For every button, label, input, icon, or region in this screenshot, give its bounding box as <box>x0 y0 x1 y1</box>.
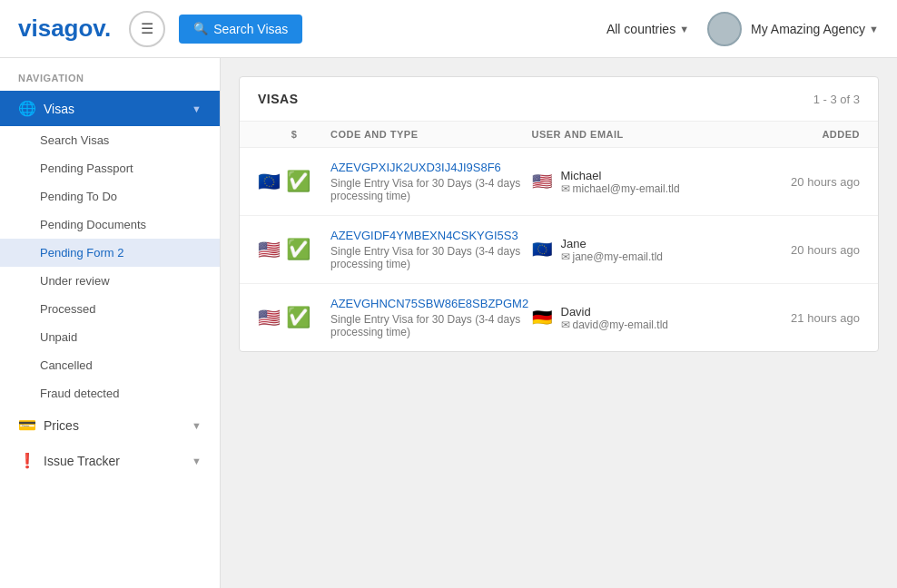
email-icon: ✉ <box>561 182 570 195</box>
col-added: ADDED <box>733 129 860 140</box>
agency-label: My Amazing Agency <box>751 22 865 36</box>
visas-title: VISAS <box>258 92 299 106</box>
sidebar-sub-label: Cancelled <box>40 358 93 372</box>
search-icon: 🔍 <box>193 22 208 35</box>
sidebar-item-label: Prices <box>44 418 184 433</box>
user-name: David <box>561 305 669 318</box>
code-cell: AZEVGIDF4YMBEXN4CSKYGI5S3 Single Entry V… <box>330 229 532 270</box>
sidebar-item-fraud-detected[interactable]: Fraud detected <box>0 379 220 407</box>
user-flag: 🇺🇸 <box>532 172 552 191</box>
avatar <box>707 12 742 46</box>
flags-cell: 🇺🇸 ✅ <box>258 306 330 329</box>
dest-flag: 🇺🇸 <box>258 239 281 260</box>
chevron-down-icon: ▼ <box>679 24 689 34</box>
nav-label: NAVIGATION <box>0 58 220 91</box>
chevron-down-icon: ▼ <box>192 103 202 114</box>
header: visagov. ☰ 🔍 Search Visas All countries … <box>0 0 897 58</box>
user-email: ✉ jane@my-email.tld <box>561 250 664 263</box>
col-dollar: $ <box>258 129 330 140</box>
all-countries-label: All countries <box>606 22 675 36</box>
email-icon: ✉ <box>561 250 570 263</box>
globe-icon: 🌐 <box>18 100 36 117</box>
main-content: VISAS 1 - 3 of 3 $ CODE AND TYPE USER AN… <box>221 58 897 588</box>
check-icon: ✅ <box>286 170 310 193</box>
sidebar-item-cancelled[interactable]: Cancelled <box>0 351 220 379</box>
sidebar-item-pending-to-do[interactable]: Pending To Do <box>0 182 220 211</box>
table-row: 🇺🇸 ✅ AZEVGHNCN75SBW86E8SBZPGM2 Single En… <box>240 284 878 351</box>
col-user-email: USER AND EMAIL <box>532 129 734 140</box>
sidebar-sub-label: Search Visas <box>40 133 109 147</box>
added-time: 21 hours ago <box>733 311 860 325</box>
dest-flag: 🇪🇺 <box>258 171 281 192</box>
sidebar-sub-label: Pending Passport <box>40 162 133 175</box>
user-info: Michael ✉ michael@my-email.tld <box>561 169 680 195</box>
sidebar-item-processed[interactable]: Processed <box>0 295 220 323</box>
sidebar-item-label: Visas <box>44 102 184 116</box>
added-time: 20 hours ago <box>733 243 860 257</box>
user-email: ✉ david@my-email.tld <box>561 318 669 331</box>
user-cell: 🇪🇺 Jane ✉ jane@my-email.tld <box>532 237 734 263</box>
prices-icon: 💳 <box>18 416 36 434</box>
code-cell: AZEVGHNCN75SBW86E8SBZPGM2 Single Entry V… <box>330 297 532 338</box>
sidebar-sub-label: Pending Documents <box>40 218 146 231</box>
sidebar-sub-label: Pending Form 2 <box>40 246 124 260</box>
all-countries-dropdown[interactable]: All countries ▼ <box>606 22 689 36</box>
search-btn-label: Search Visas <box>213 22 288 36</box>
sidebar-sub-label: Fraud detected <box>40 387 119 400</box>
sidebar-sub-label: Pending To Do <box>40 190 117 203</box>
sidebar-item-label: Issue Tracker <box>44 454 184 468</box>
visas-header: VISAS 1 - 3 of 3 <box>240 77 878 122</box>
visa-code-link[interactable]: AZEVGPXIJK2UXD3IJ4JI9S8F6 <box>330 161 532 174</box>
user-info: David ✉ david@my-email.tld <box>561 305 669 331</box>
check-icon: ✅ <box>286 306 310 329</box>
search-visas-button[interactable]: 🔍 Search Visas <box>179 15 302 44</box>
table-row: 🇺🇸 ✅ AZEVGIDF4YMBEXN4CSKYGI5S3 Single En… <box>240 216 878 284</box>
col-code-type: CODE AND TYPE <box>330 129 532 140</box>
chevron-down-icon: ▼ <box>192 420 202 431</box>
visa-type: Single Entry Visa for 30 Days (3-4 days … <box>330 245 532 270</box>
sidebar-sub-label: Unpaid <box>40 330 77 344</box>
sidebar-item-issue-tracker[interactable]: ❗ Issue Tracker ▼ <box>0 443 220 478</box>
agency-dropdown[interactable]: My Amazing Agency ▼ <box>751 22 879 36</box>
sidebar-item-visas[interactable]: 🌐 Visas ▼ <box>0 91 220 126</box>
user-cell: 🇺🇸 Michael ✉ michael@my-email.tld <box>532 169 734 195</box>
sidebar-item-unpaid[interactable]: Unpaid <box>0 323 220 351</box>
flags-cell: 🇪🇺 ✅ <box>258 170 330 193</box>
user-cell: 🇩🇪 David ✉ david@my-email.tld <box>532 305 734 331</box>
flags-cell: 🇺🇸 ✅ <box>258 238 330 261</box>
user-name: Jane <box>561 237 664 250</box>
table-header: $ CODE AND TYPE USER AND EMAIL ADDED <box>240 122 878 148</box>
sidebar-item-pending-passport[interactable]: Pending Passport <box>0 154 220 182</box>
chevron-down-icon: ▼ <box>192 456 202 466</box>
sidebar-item-pending-form-2[interactable]: Pending Form 2 <box>0 239 220 267</box>
added-time: 20 hours ago <box>733 175 860 189</box>
sidebar-item-pending-documents[interactable]: Pending Documents <box>0 211 220 239</box>
check-icon: ✅ <box>286 238 310 261</box>
sidebar-sub-label: Processed <box>40 302 95 316</box>
user-flag: 🇩🇪 <box>532 308 552 328</box>
layout: NAVIGATION 🌐 Visas ▼ Search Visas Pendin… <box>0 58 897 588</box>
sidebar: NAVIGATION 🌐 Visas ▼ Search Visas Pendin… <box>0 58 221 588</box>
email-icon: ✉ <box>561 318 570 331</box>
visa-code-link[interactable]: AZEVGIDF4YMBEXN4CSKYGI5S3 <box>330 229 532 242</box>
user-flag: 🇪🇺 <box>532 240 552 260</box>
sidebar-item-search-visas[interactable]: Search Visas <box>0 126 220 154</box>
sidebar-sub-label: Under review <box>40 274 110 288</box>
visa-code-link[interactable]: AZEVGHNCN75SBW86E8SBZPGM2 <box>330 297 532 310</box>
logo: visagov. <box>18 15 111 43</box>
sidebar-item-under-review[interactable]: Under review <box>0 267 220 295</box>
code-cell: AZEVGPXIJK2UXD3IJ4JI9S8F6 Single Entry V… <box>330 161 532 202</box>
issue-icon: ❗ <box>18 452 36 469</box>
chevron-down-icon: ▼ <box>869 24 879 34</box>
hamburger-button[interactable]: ☰ <box>129 11 165 47</box>
dest-flag: 🇺🇸 <box>258 307 281 328</box>
user-email: ✉ michael@my-email.tld <box>561 182 680 195</box>
visas-count: 1 - 3 of 3 <box>813 93 860 106</box>
sidebar-item-prices[interactable]: 💳 Prices ▼ <box>0 407 220 443</box>
user-info: Jane ✉ jane@my-email.tld <box>561 237 664 263</box>
user-name: Michael <box>561 169 680 182</box>
hamburger-icon: ☰ <box>141 20 153 37</box>
visas-card: VISAS 1 - 3 of 3 $ CODE AND TYPE USER AN… <box>239 76 879 352</box>
visa-type: Single Entry Visa for 30 Days (3-4 days … <box>330 313 532 338</box>
visa-type: Single Entry Visa for 30 Days (3-4 days … <box>330 177 532 202</box>
